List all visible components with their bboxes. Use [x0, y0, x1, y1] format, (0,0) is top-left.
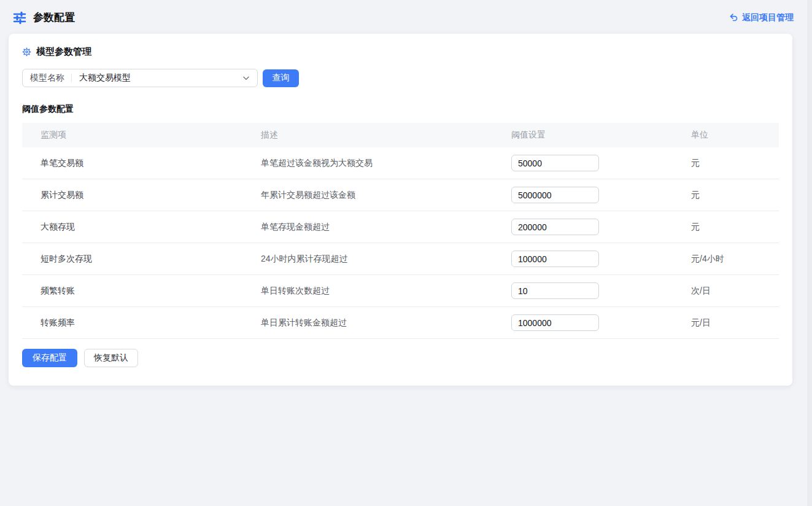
- top-bar: 参数配置 返回项目管理: [0, 0, 812, 27]
- undo-arrow-icon: [729, 13, 738, 22]
- page-title: 参数配置: [33, 10, 75, 25]
- scrollbar[interactable]: [807, 0, 812, 506]
- filter-row: 模型名称 大额交易模型 查询: [22, 69, 779, 87]
- table-row: 单笔交易额 单笔超过该金额视为大额交易 元: [22, 147, 779, 179]
- unit-label: 元: [673, 222, 779, 233]
- column-header-threshold: 阈值设置: [493, 130, 673, 141]
- threshold-input[interactable]: [511, 282, 599, 299]
- card-title: 模型参数管理: [36, 46, 91, 58]
- monitor-item: 大额存现: [22, 222, 242, 233]
- query-button[interactable]: 查询: [263, 69, 299, 87]
- back-to-project-link[interactable]: 返回项目管理: [729, 12, 794, 23]
- footer-buttons: 保存配置 恢复默认: [22, 349, 779, 367]
- item-description: 单笔超过该金额视为大额交易: [242, 158, 493, 169]
- model-name-select[interactable]: 模型名称 大额交易模型: [22, 69, 258, 87]
- threshold-input[interactable]: [511, 187, 599, 203]
- restore-default-button[interactable]: 恢复默认: [84, 349, 138, 367]
- item-description: 单日累计转账金额超过: [242, 317, 493, 329]
- threshold-input[interactable]: [511, 251, 599, 267]
- gear-icon: [22, 47, 31, 56]
- monitor-item: 单笔交易额: [22, 158, 242, 169]
- item-description: 单笔存现金额超过: [242, 222, 493, 233]
- chevron-down-icon: [242, 74, 250, 82]
- column-header-item: 监测项: [22, 130, 242, 141]
- table-row: 短时多次存现 24小时内累计存现超过 元/4小时: [22, 243, 779, 275]
- threshold-input[interactable]: [511, 155, 599, 171]
- table-row: 转账频率 单日累计转账金额超过 元/日: [22, 307, 779, 339]
- monitor-item: 频繁转账: [22, 286, 242, 297]
- table-row: 累计交易额 年累计交易额超过该金额 元: [22, 179, 779, 211]
- card-title-row: 模型参数管理: [22, 46, 779, 58]
- threshold-input[interactable]: [511, 314, 599, 331]
- unit-label: 次/日: [673, 286, 779, 297]
- item-description: 年累计交易额超过该金额: [242, 190, 493, 201]
- table-row: 频繁转账 单日转账次数超过 次/日: [22, 275, 779, 307]
- model-name-value: 大额交易模型: [79, 72, 131, 84]
- monitor-item: 累计交易额: [22, 190, 242, 201]
- unit-label: 元/4小时: [673, 254, 779, 265]
- monitor-item: 转账频率: [22, 317, 242, 329]
- model-name-label: 模型名称: [23, 72, 71, 84]
- save-config-button[interactable]: 保存配置: [22, 349, 77, 367]
- threshold-section-title: 阈值参数配置: [22, 104, 779, 115]
- threshold-input[interactable]: [511, 219, 599, 235]
- threshold-table: 监测项 描述 阈值设置 单位 单笔交易额 单笔超过该金额视为大额交易 元 累计交…: [22, 123, 779, 339]
- table-header-row: 监测项 描述 阈值设置 单位: [22, 123, 779, 147]
- column-header-unit: 单位: [673, 130, 779, 141]
- unit-label: 元/日: [673, 317, 779, 329]
- unit-label: 元: [673, 190, 779, 201]
- select-divider: [71, 74, 72, 82]
- item-description: 24小时内累计存现超过: [242, 254, 493, 265]
- table-row: 大额存现 单笔存现金额超过 元: [22, 211, 779, 243]
- column-header-desc: 描述: [242, 130, 493, 141]
- item-description: 单日转账次数超过: [242, 286, 493, 297]
- monitor-item: 短时多次存现: [22, 254, 242, 265]
- unit-label: 元: [673, 158, 779, 169]
- back-link-label: 返回项目管理: [742, 12, 794, 23]
- model-parameter-card: 模型参数管理 模型名称 大额交易模型 查询 阈值参数配置 监测项 描述 阈值设置…: [9, 34, 792, 386]
- sliders-icon: [12, 10, 27, 25]
